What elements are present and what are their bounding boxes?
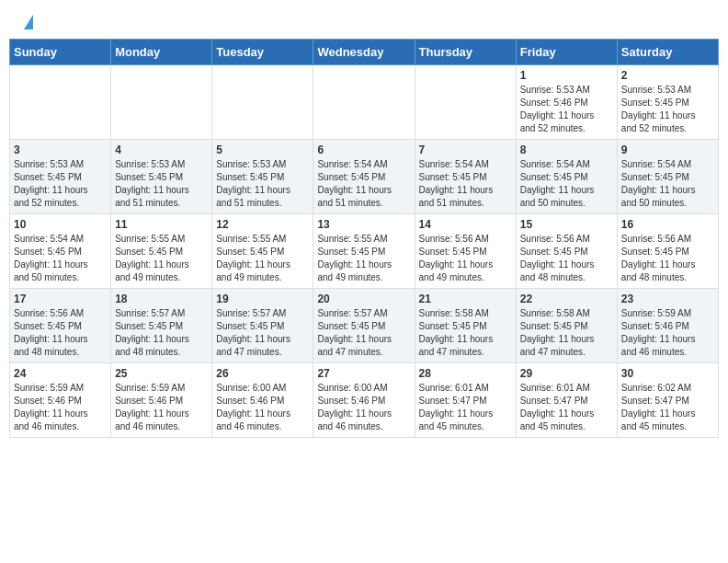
day-info: Sunrise: 5:59 AMSunset: 5:46 PMDaylight:… (621, 307, 714, 359)
day-info: Sunrise: 5:56 AMSunset: 5:45 PMDaylight:… (419, 233, 512, 284)
day-number: 28 (419, 367, 512, 380)
day-info: Sunrise: 5:56 AMSunset: 5:45 PMDaylight:… (520, 233, 613, 284)
day-number: 26 (216, 367, 309, 380)
calendar-cell: 13Sunrise: 5:55 AMSunset: 5:45 PMDayligh… (313, 214, 415, 289)
day-info: Sunrise: 6:00 AMSunset: 5:46 PMDaylight:… (317, 382, 410, 433)
calendar-cell: 23Sunrise: 5:59 AMSunset: 5:46 PMDayligh… (617, 289, 718, 363)
calendar-cell: 20Sunrise: 5:57 AMSunset: 5:45 PMDayligh… (313, 289, 415, 363)
day-of-week-header: Friday (516, 40, 617, 65)
day-info: Sunrise: 5:57 AMSunset: 5:45 PMDaylight:… (115, 307, 208, 359)
calendar-cell: 1Sunrise: 5:53 AMSunset: 5:46 PMDaylight… (516, 65, 617, 140)
calendar-cell: 21Sunrise: 5:58 AMSunset: 5:45 PMDayligh… (415, 289, 516, 363)
day-number: 24 (14, 367, 107, 380)
day-info: Sunrise: 5:53 AMSunset: 5:45 PMDaylight:… (115, 158, 208, 210)
day-number: 18 (115, 293, 208, 305)
calendar-header-row: SundayMondayTuesdayWednesdayThursdayFrid… (10, 40, 719, 65)
day-info: Sunrise: 5:55 AMSunset: 5:45 PMDaylight:… (115, 233, 208, 284)
calendar-cell: 10Sunrise: 5:54 AMSunset: 5:45 PMDayligh… (10, 214, 111, 289)
calendar-cell (415, 65, 516, 140)
calendar-cell: 11Sunrise: 5:55 AMSunset: 5:45 PMDayligh… (111, 214, 212, 289)
day-number: 23 (621, 293, 714, 305)
day-number: 12 (216, 218, 309, 231)
calendar-table: SundayMondayTuesdayWednesdayThursdayFrid… (9, 39, 719, 438)
day-number: 13 (317, 218, 410, 231)
calendar-cell: 2Sunrise: 5:53 AMSunset: 5:45 PMDaylight… (617, 65, 718, 140)
logo (22, 17, 33, 31)
calendar-row: 24Sunrise: 5:59 AMSunset: 5:46 PMDayligh… (10, 363, 719, 438)
calendar-cell: 12Sunrise: 5:55 AMSunset: 5:45 PMDayligh… (212, 214, 313, 289)
day-info: Sunrise: 5:54 AMSunset: 5:45 PMDaylight:… (317, 158, 410, 210)
day-number: 27 (317, 367, 410, 380)
day-number: 2 (621, 69, 714, 82)
calendar-cell: 4Sunrise: 5:53 AMSunset: 5:45 PMDaylight… (111, 140, 212, 214)
day-number: 30 (621, 367, 714, 380)
calendar-cell: 19Sunrise: 5:57 AMSunset: 5:45 PMDayligh… (212, 289, 313, 363)
day-number: 20 (317, 293, 410, 305)
day-info: Sunrise: 5:54 AMSunset: 5:45 PMDaylight:… (520, 158, 613, 210)
calendar-cell: 6Sunrise: 5:54 AMSunset: 5:45 PMDaylight… (313, 140, 415, 214)
day-number: 5 (216, 144, 309, 156)
calendar-cell: 8Sunrise: 5:54 AMSunset: 5:45 PMDaylight… (516, 140, 617, 214)
calendar-cell: 24Sunrise: 5:59 AMSunset: 5:46 PMDayligh… (10, 363, 111, 438)
day-info: Sunrise: 6:00 AMSunset: 5:46 PMDaylight:… (216, 382, 309, 433)
logo-triangle-icon (24, 15, 33, 29)
calendar-cell: 9Sunrise: 5:54 AMSunset: 5:45 PMDaylight… (617, 140, 718, 214)
calendar-cell: 28Sunrise: 6:01 AMSunset: 5:47 PMDayligh… (415, 363, 516, 438)
calendar-cell: 3Sunrise: 5:53 AMSunset: 5:45 PMDaylight… (10, 140, 111, 214)
calendar-row: 17Sunrise: 5:56 AMSunset: 5:45 PMDayligh… (10, 289, 719, 363)
day-info: Sunrise: 6:01 AMSunset: 5:47 PMDaylight:… (419, 382, 512, 433)
day-info: Sunrise: 5:59 AMSunset: 5:46 PMDaylight:… (115, 382, 208, 433)
day-of-week-header: Monday (111, 40, 212, 65)
day-info: Sunrise: 5:55 AMSunset: 5:45 PMDaylight:… (317, 233, 410, 284)
day-number: 25 (115, 367, 208, 380)
day-info: Sunrise: 5:58 AMSunset: 5:45 PMDaylight:… (520, 307, 613, 359)
page-header (0, 0, 728, 39)
calendar-row: 10Sunrise: 5:54 AMSunset: 5:45 PMDayligh… (10, 214, 719, 289)
day-info: Sunrise: 5:57 AMSunset: 5:45 PMDaylight:… (317, 307, 410, 359)
day-info: Sunrise: 5:58 AMSunset: 5:45 PMDaylight:… (419, 307, 512, 359)
calendar-cell: 22Sunrise: 5:58 AMSunset: 5:45 PMDayligh… (516, 289, 617, 363)
day-number: 21 (419, 293, 512, 305)
day-number: 6 (317, 144, 410, 156)
calendar-cell: 7Sunrise: 5:54 AMSunset: 5:45 PMDaylight… (415, 140, 516, 214)
day-info: Sunrise: 5:57 AMSunset: 5:45 PMDaylight:… (216, 307, 309, 359)
day-number: 10 (14, 218, 107, 231)
day-of-week-header: Tuesday (212, 40, 313, 65)
calendar-cell: 25Sunrise: 5:59 AMSunset: 5:46 PMDayligh… (111, 363, 212, 438)
day-number: 4 (115, 144, 208, 156)
calendar-cell: 14Sunrise: 5:56 AMSunset: 5:45 PMDayligh… (415, 214, 516, 289)
day-number: 8 (520, 144, 613, 156)
day-info: Sunrise: 5:56 AMSunset: 5:45 PMDaylight:… (621, 233, 714, 284)
calendar-cell: 18Sunrise: 5:57 AMSunset: 5:45 PMDayligh… (111, 289, 212, 363)
day-info: Sunrise: 5:53 AMSunset: 5:45 PMDaylight:… (216, 158, 309, 210)
day-of-week-header: Wednesday (313, 40, 415, 65)
day-info: Sunrise: 5:55 AMSunset: 5:45 PMDaylight:… (216, 233, 309, 284)
calendar-cell (313, 65, 415, 140)
calendar-cell: 29Sunrise: 6:01 AMSunset: 5:47 PMDayligh… (516, 363, 617, 438)
day-info: Sunrise: 5:54 AMSunset: 5:45 PMDaylight:… (419, 158, 512, 210)
day-number: 14 (419, 218, 512, 231)
day-info: Sunrise: 5:54 AMSunset: 5:45 PMDaylight:… (14, 233, 107, 284)
day-number: 1 (520, 69, 613, 82)
day-number: 9 (621, 144, 714, 156)
day-info: Sunrise: 5:59 AMSunset: 5:46 PMDaylight:… (14, 382, 107, 433)
day-number: 29 (520, 367, 613, 380)
calendar-wrapper: SundayMondayTuesdayWednesdayThursdayFrid… (0, 39, 728, 443)
day-number: 15 (520, 218, 613, 231)
day-info: Sunrise: 6:02 AMSunset: 5:47 PMDaylight:… (621, 382, 714, 433)
day-info: Sunrise: 5:53 AMSunset: 5:45 PMDaylight:… (14, 158, 107, 210)
calendar-cell (10, 65, 111, 140)
calendar-row: 3Sunrise: 5:53 AMSunset: 5:45 PMDaylight… (10, 140, 719, 214)
calendar-cell: 27Sunrise: 6:00 AMSunset: 5:46 PMDayligh… (313, 363, 415, 438)
day-info: Sunrise: 5:54 AMSunset: 5:45 PMDaylight:… (621, 158, 714, 210)
day-of-week-header: Sunday (10, 40, 111, 65)
calendar-cell: 16Sunrise: 5:56 AMSunset: 5:45 PMDayligh… (617, 214, 718, 289)
calendar-cell: 5Sunrise: 5:53 AMSunset: 5:45 PMDaylight… (212, 140, 313, 214)
calendar-cell (212, 65, 313, 140)
calendar-cell: 30Sunrise: 6:02 AMSunset: 5:47 PMDayligh… (617, 363, 718, 438)
day-info: Sunrise: 6:01 AMSunset: 5:47 PMDaylight:… (520, 382, 613, 433)
calendar-cell: 15Sunrise: 5:56 AMSunset: 5:45 PMDayligh… (516, 214, 617, 289)
day-info: Sunrise: 5:53 AMSunset: 5:45 PMDaylight:… (621, 84, 714, 135)
day-number: 7 (419, 144, 512, 156)
calendar-cell: 17Sunrise: 5:56 AMSunset: 5:45 PMDayligh… (10, 289, 111, 363)
